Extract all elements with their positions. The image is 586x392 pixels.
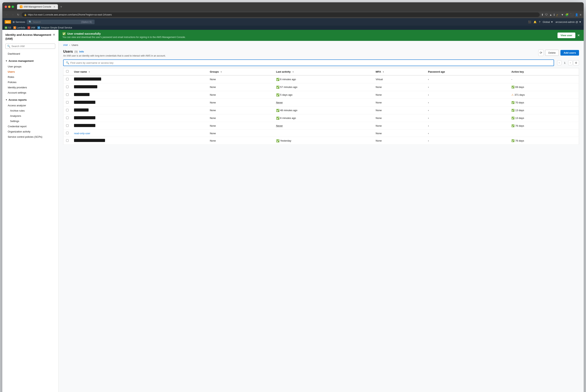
banner-close-btn[interactable]: ✕ <box>577 34 580 37</box>
sidebar-item-settings[interactable]: Settings <box>2 118 58 124</box>
share-icon[interactable]: ⬆ <box>541 13 543 16</box>
sidebar-item-identity-providers[interactable]: Identity providers <box>2 85 58 90</box>
row-checkbox[interactable] <box>66 86 69 88</box>
activity-ok-icon: ✅ <box>276 86 279 89</box>
info-link[interactable]: Info <box>79 50 84 53</box>
menu-icon[interactable]: ≡ <box>580 13 581 16</box>
sidebar-item-access-analyzer[interactable]: Access analyzer <box>2 103 58 108</box>
extension-icon2[interactable]: ▲ <box>549 13 552 16</box>
cell-active-key: ⚠ 371 days <box>509 91 579 99</box>
breadcrumb-iam-link[interactable]: IAM <box>63 44 68 46</box>
sidebar-item-roles[interactable]: Roles <box>2 74 58 80</box>
global-chevron: ▼ <box>551 20 553 24</box>
address-bar[interactable]: 🔒 https://us-east-1.console.aws.amazon.c… <box>22 12 540 17</box>
row-checkbox[interactable] <box>66 78 69 80</box>
tab-close-btn[interactable]: ✕ <box>54 6 55 8</box>
activity-ok: ✅ Yesterday <box>276 139 370 142</box>
username-redacted <box>74 85 97 88</box>
bookmark-ses[interactable]: S Amazon Simple Email Service <box>38 26 72 29</box>
global-search-input[interactable] <box>33 20 80 24</box>
account-menu[interactable]: arcsecond-admin @ ▼ <box>555 20 581 24</box>
add-users-btn[interactable]: Add users <box>560 50 579 56</box>
row-checkbox[interactable] <box>66 124 69 127</box>
cell-password-age: ‹ <box>425 122 509 130</box>
cell-password-age: ‹ <box>425 75 509 83</box>
username-redacted <box>74 93 90 96</box>
bookmark-lambda[interactable]: λ Lambda <box>13 26 25 29</box>
window-minimize-dot[interactable] <box>8 6 11 8</box>
back-btn[interactable]: ← <box>5 13 9 17</box>
cell-mfa: None <box>373 114 425 122</box>
services-btn[interactable]: ⊞ Services <box>13 20 25 24</box>
activity-ok: ✅ 8 minutes ago <box>276 116 370 120</box>
bookmark-s3[interactable]: S3 S3 <box>5 26 11 29</box>
username-link[interactable]: read-only-user <box>74 132 90 135</box>
refresh-btn[interactable]: ⟳ <box>538 50 543 56</box>
row-checkbox[interactable] <box>66 109 69 111</box>
extension-icon1[interactable]: 🛡 <box>545 13 548 16</box>
cell-username <box>71 75 207 83</box>
cell-username <box>71 137 207 145</box>
forward-btn[interactable]: → <box>11 13 15 17</box>
sidebar-search-box[interactable]: 🔍 <box>6 44 55 49</box>
window-close-dot[interactable] <box>5 6 7 8</box>
cell-active-key: ✅ 70 days <box>509 99 579 106</box>
row-checkbox[interactable] <box>66 139 69 142</box>
row-checkbox[interactable] <box>66 93 69 96</box>
bell-icon[interactable]: 🔔 <box>533 20 536 24</box>
activity-ok-icon: ✅ <box>276 116 279 120</box>
window-maximize-dot[interactable] <box>12 6 14 8</box>
new-tab-btn[interactable]: + <box>60 5 62 8</box>
filter-input[interactable] <box>70 62 551 64</box>
sidebar-close-btn[interactable]: ✕ <box>53 33 55 36</box>
extension-icon3[interactable]: 🎓 <box>556 13 559 16</box>
view-user-btn[interactable]: View user <box>557 32 575 38</box>
browser-tab[interactable]: ⚙ IAM Management Console ✕ <box>17 4 58 9</box>
bookmark-iam[interactable]: I IAM <box>28 26 35 29</box>
next-page-btn[interactable]: › <box>568 60 572 65</box>
table-header-row: User name ▼ Groups ▼ Last activity ▼ MFA… <box>63 68 579 76</box>
sidebar-item-users[interactable]: Users <box>2 69 58 74</box>
sidebar-icon[interactable]: ⬛ <box>570 13 573 16</box>
extension-icon4[interactable]: ▼ <box>561 13 564 16</box>
row-checkbox[interactable] <box>66 132 69 134</box>
sidebar-item-user-groups[interactable]: User groups <box>2 64 58 69</box>
cell-groups: None <box>207 130 273 137</box>
sidebar-section-access-management[interactable]: ▼ Access management <box>2 58 58 64</box>
active-key-ok: ✅ 76 days <box>511 124 576 127</box>
bookmark-lambda-label: Lambda <box>17 26 25 29</box>
active-key-ok-icon: ✅ <box>511 116 514 120</box>
help-icon[interactable]: ? <box>539 20 540 24</box>
active-key-ok: ✅ 13 days <box>511 116 576 120</box>
sidebar-item-account-settings[interactable]: Account settings <box>2 90 58 95</box>
sidebar-section-access-reports[interactable]: ▼ Access reports <box>2 97 58 103</box>
sidebar-item-dashboard[interactable]: Dashboard <box>2 51 58 56</box>
cell-username: read-only-user <box>71 130 207 137</box>
global-search[interactable]: 🔍 [Option+S] <box>27 20 95 24</box>
services-label: Services <box>16 20 25 24</box>
sidebar-item-credential-report[interactable]: Credential report <box>2 124 58 129</box>
sidebar-item-organization-activity[interactable]: Organization activity <box>2 129 58 134</box>
reload-btn[interactable]: ↻ <box>16 13 20 17</box>
info-icon[interactable]: ℹ <box>554 13 554 16</box>
sidebar-item-scps[interactable]: Service control policies (SCPs) <box>2 134 58 140</box>
active-key-ok: ✅ 76 days <box>511 139 576 142</box>
select-all-checkbox[interactable] <box>66 70 69 73</box>
access-management-chevron: ▼ <box>6 60 7 62</box>
sidebar-search-input[interactable] <box>12 45 54 48</box>
sidebar-item-policies[interactable]: Policies <box>2 80 58 85</box>
row-checkbox[interactable] <box>66 116 69 119</box>
sidebar-item-archive-rules[interactable]: Archive rules <box>2 108 58 113</box>
cloudshell-icon[interactable]: ⬛ <box>528 20 531 24</box>
puzzle-icon[interactable]: 🧩 <box>565 13 568 16</box>
table-settings-btn[interactable]: ⚙ <box>573 60 579 66</box>
delete-btn[interactable]: Delete <box>545 50 559 56</box>
prev-page-btn[interactable]: ‹ <box>557 60 561 65</box>
bookmark-ses-label: Amazon Simple Email Service <box>41 26 72 29</box>
bookmark-s3-label: S3 <box>8 26 11 29</box>
global-selector[interactable]: Global ▼ <box>542 20 553 24</box>
filter-input-wrap[interactable]: 🔍 <box>63 60 554 66</box>
sidebar-item-analyzers[interactable]: Analyzers <box>2 113 58 118</box>
row-checkbox[interactable] <box>66 101 69 104</box>
profile-icon[interactable]: 👤 <box>575 13 578 16</box>
